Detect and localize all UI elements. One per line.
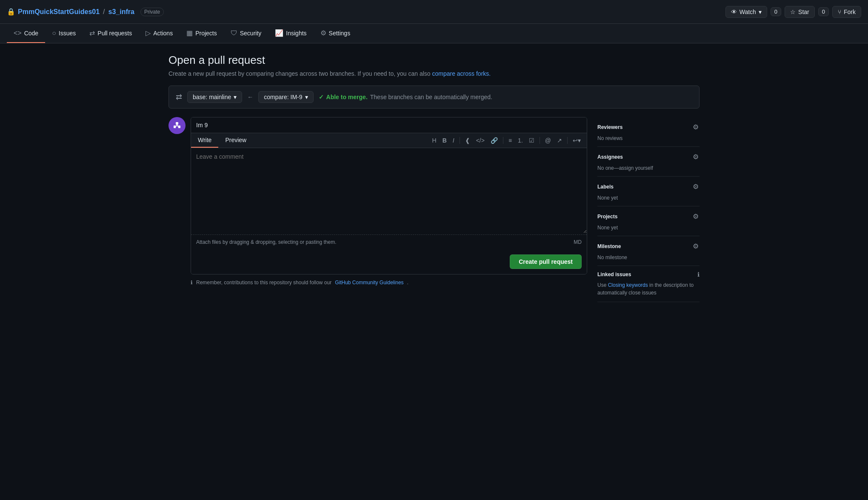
tab-settings[interactable]: ⚙ Settings (314, 24, 357, 43)
italic-button[interactable]: I (450, 136, 457, 145)
info-bar: ℹ Remember, contributions to this reposi… (191, 280, 587, 286)
svg-rect-1 (176, 122, 178, 125)
tab-issues[interactable]: ○ Issues (45, 24, 83, 43)
task-list-button[interactable]: ☑ (526, 136, 537, 145)
editor-tab-group: Write Preview (191, 133, 253, 148)
sidebar-assignees-header: Assignees ⚙ (597, 152, 700, 162)
milestone-gear-button[interactable]: ⚙ (692, 241, 700, 251)
attach-text: Attach files by dragging & dropping, sel… (196, 239, 337, 245)
tab-issues-label: Issues (59, 30, 76, 37)
pr-form-layout: Write Preview H B I ❰ </> 🔗 ≡ (168, 117, 700, 302)
chevron-down-icon: ▾ (759, 9, 762, 15)
pr-title-input[interactable] (191, 117, 587, 133)
watch-count: 0 (771, 7, 781, 16)
sidebar-reviewers-header: Reviewers ⚙ (597, 122, 700, 132)
info-period: . (407, 280, 408, 286)
check-icon: ✓ (319, 94, 324, 100)
fork-icon: ⑂ (838, 9, 841, 15)
tab-actions-label: Actions (153, 30, 173, 37)
bold-button[interactable]: B (440, 136, 449, 145)
chevron-down-icon: ▾ (234, 94, 237, 100)
projects-gear-button[interactable]: ⚙ (692, 211, 700, 221)
toolbar-separator-3 (540, 137, 540, 144)
repo-owner[interactable]: PmmQuickStartGuides01 (18, 8, 100, 16)
reference-button[interactable]: ↗ (554, 136, 565, 145)
merge-status: ✓ Able to merge. These branches can be a… (319, 94, 492, 100)
pull-requests-icon: ⇄ (89, 29, 95, 37)
tab-insights-label: Insights (286, 30, 306, 37)
bullet-list-button[interactable]: ≡ (506, 136, 514, 145)
tab-projects[interactable]: ▦ Projects (180, 24, 224, 43)
create-pull-request-button[interactable]: Create pull request (510, 254, 582, 269)
toolbar-separator-2 (503, 137, 503, 144)
tab-security[interactable]: 🛡 Security (224, 24, 268, 43)
sidebar-reviewers-value: No reviews (597, 135, 700, 141)
avatar (168, 117, 186, 134)
heading-button[interactable]: H (430, 136, 439, 145)
page-subtitle: Create a new pull request by comparing c… (168, 70, 700, 77)
link-button[interactable]: 🔗 (488, 136, 500, 145)
compare-branch-select[interactable]: compare: IM-9 ▾ (258, 91, 313, 103)
swap-branches-icon[interactable]: ⇄ (176, 92, 182, 102)
sidebar-projects-title: Projects (597, 214, 617, 220)
repo-name[interactable]: s3_infra (108, 8, 134, 16)
tab-actions[interactable]: ▷ Actions (139, 24, 180, 43)
reviewers-gear-button[interactable]: ⚙ (692, 122, 700, 132)
editor-tabs: Write Preview H B I ❰ </> 🔗 ≡ (191, 133, 587, 148)
numbered-list-button[interactable]: 1. (515, 136, 525, 145)
tab-pull-requests[interactable]: ⇄ Pull requests (83, 24, 139, 43)
star-button[interactable]: ☆ Star (785, 6, 815, 18)
watch-button[interactable]: 👁 Watch ▾ (725, 6, 767, 18)
compare-forks-link[interactable]: compare across forks. (432, 70, 491, 77)
projects-icon: ▦ (186, 29, 193, 37)
private-badge: Private (140, 8, 164, 16)
linked-issues-description: Use Closing keywords in the description … (597, 281, 700, 297)
tab-code[interactable]: <> Code (7, 24, 45, 43)
markdown-icon: MD (574, 239, 582, 245)
page-title: Open a pull request (168, 54, 700, 67)
write-tab[interactable]: Write (191, 133, 218, 148)
tab-security-label: Security (240, 30, 262, 37)
community-guidelines-link[interactable]: GitHub Community Guidelines (335, 280, 403, 286)
preview-tab[interactable]: Preview (218, 133, 253, 148)
tab-insights[interactable]: 📈 Insights (268, 24, 313, 43)
sidebar-assignees: Assignees ⚙ No one—assign yourself (597, 147, 700, 177)
sidebar-assignees-title: Assignees (597, 154, 623, 160)
tab-settings-label: Settings (329, 30, 351, 37)
info-circle-icon: ℹ (191, 280, 193, 286)
sidebar-projects: Projects ⚙ None yet (597, 206, 700, 236)
compare-branch-label: compare: IM-9 (264, 94, 302, 100)
sidebar-linked-issues-title: Linked issues (597, 271, 631, 277)
comment-textarea[interactable] (191, 148, 587, 233)
sidebar-labels: Labels ⚙ None yet (597, 177, 700, 206)
chevron-down-icon: ▾ (305, 94, 308, 100)
closing-keywords-prefix: Use (597, 282, 606, 288)
code-button[interactable]: </> (474, 136, 487, 145)
closing-keywords-link[interactable]: Closing keywords (608, 282, 648, 288)
labels-gear-button[interactable]: ⚙ (692, 182, 700, 191)
sidebar-labels-value: None yet (597, 195, 700, 201)
main-content: Open a pull request Create a new pull re… (162, 43, 706, 312)
sidebar-milestone-value: No milestone (597, 254, 700, 260)
quote-button[interactable]: ❰ (463, 136, 473, 145)
base-branch-select[interactable]: base: mainline ▾ (187, 91, 242, 103)
sidebar-assignees-value: No one—assign yourself (597, 165, 700, 171)
sidebar-labels-title: Labels (597, 184, 614, 190)
attach-bar: Attach files by dragging & dropping, sel… (191, 234, 587, 249)
sidebar-projects-header: Projects ⚙ (597, 211, 700, 221)
star-count: 0 (818, 7, 829, 16)
md-label: MD (574, 239, 582, 245)
mention-button[interactable]: @ (542, 136, 554, 145)
merge-status-text: These branches can be automatically merg… (370, 94, 492, 100)
eye-icon: 👁 (731, 9, 737, 15)
toolbar-separator (460, 137, 460, 144)
pr-form-left: Write Preview H B I ❰ </> 🔗 ≡ (168, 117, 587, 286)
header-actions: 👁 Watch ▾ 0 ☆ Star 0 ⑂ Fork (725, 6, 861, 18)
undo-button[interactable]: ↩▾ (570, 136, 583, 145)
star-label: Star (798, 9, 809, 15)
lock-icon: 🔒 (7, 8, 15, 16)
sidebar-labels-header: Labels ⚙ (597, 182, 700, 191)
assignees-gear-button[interactable]: ⚙ (692, 152, 700, 162)
base-branch-label: base: mainline (193, 94, 231, 100)
fork-button[interactable]: ⑂ Fork (832, 6, 861, 18)
